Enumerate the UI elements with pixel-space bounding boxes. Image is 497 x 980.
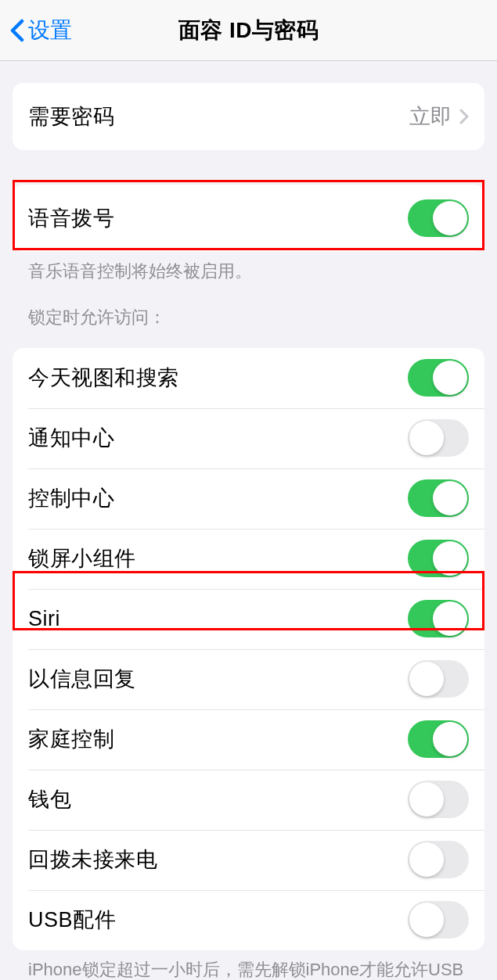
row-wallet: 钱包 bbox=[13, 770, 484, 830]
chevron-left-icon bbox=[9, 19, 25, 42]
voice-dial-label: 语音拨号 bbox=[28, 204, 114, 232]
home-control-toggle[interactable] bbox=[408, 720, 469, 758]
wallet-toggle[interactable] bbox=[408, 781, 469, 818]
notification-center-label: 通知中心 bbox=[28, 424, 114, 452]
require-passcode-value: 立即 bbox=[409, 102, 452, 131]
group-voice-dial: 语音拨号 bbox=[13, 185, 484, 252]
row-siri: Siri bbox=[13, 589, 484, 649]
home-control-label: 家庭控制 bbox=[28, 725, 114, 753]
row-right: 立即 bbox=[409, 102, 469, 131]
return-missed-label: 回拨未接来电 bbox=[28, 845, 157, 874]
voice-dial-toggle[interactable] bbox=[408, 199, 469, 237]
require-passcode-label: 需要密码 bbox=[28, 102, 114, 131]
row-return-missed: 回拨未接来电 bbox=[13, 830, 484, 890]
allow-access-header: 锁定时允许访问： bbox=[13, 284, 484, 336]
back-label: 设置 bbox=[28, 16, 72, 45]
page-title: 面容 ID与密码 bbox=[178, 16, 319, 45]
usb-footer: iPhone锁定超过一小时后，需先解锁iPhone才能允许USB 配件连接。 bbox=[13, 950, 484, 980]
row-lock-widgets: 锁屏小组件 bbox=[13, 529, 484, 589]
row-reply-message: 以信息回复 bbox=[13, 649, 484, 709]
wallet-label: 钱包 bbox=[28, 785, 71, 813]
row-notification-center: 通知中心 bbox=[13, 408, 484, 468]
control-center-toggle[interactable] bbox=[408, 479, 469, 517]
notification-center-toggle[interactable] bbox=[408, 419, 469, 457]
row-require-passcode[interactable]: 需要密码 立即 bbox=[13, 83, 484, 150]
row-voice-dial: 语音拨号 bbox=[13, 185, 484, 252]
row-home-control: 家庭控制 bbox=[13, 709, 484, 770]
siri-toggle[interactable] bbox=[408, 600, 469, 637]
today-search-label: 今天视图和搜索 bbox=[28, 364, 179, 392]
voice-dial-footer: 音乐语音控制将始终被启用。 bbox=[13, 252, 484, 284]
reply-message-label: 以信息回复 bbox=[28, 665, 136, 693]
control-center-label: 控制中心 bbox=[28, 484, 114, 512]
lock-widgets-label: 锁屏小组件 bbox=[28, 544, 136, 573]
return-missed-toggle[interactable] bbox=[408, 841, 469, 878]
group-require-passcode: 需要密码 立即 bbox=[13, 83, 484, 150]
row-today-search: 今天视图和搜索 bbox=[13, 348, 484, 408]
back-button[interactable]: 设置 bbox=[9, 16, 72, 45]
navigation-bar: 设置 面容 ID与密码 bbox=[0, 0, 497, 61]
lock-widgets-toggle[interactable] bbox=[408, 540, 469, 577]
today-search-toggle[interactable] bbox=[408, 359, 469, 397]
siri-label: Siri bbox=[28, 607, 60, 631]
chevron-right-icon bbox=[459, 109, 469, 124]
row-usb: USB配件 bbox=[13, 890, 484, 950]
usb-toggle[interactable] bbox=[408, 901, 469, 939]
reply-message-toggle[interactable] bbox=[408, 660, 469, 698]
group-allow-access: 今天视图和搜索 通知中心 控制中心 锁屏小组件 Siri 以信息回复 家庭控制 bbox=[13, 348, 484, 950]
row-control-center: 控制中心 bbox=[13, 468, 484, 529]
usb-label: USB配件 bbox=[28, 906, 116, 934]
